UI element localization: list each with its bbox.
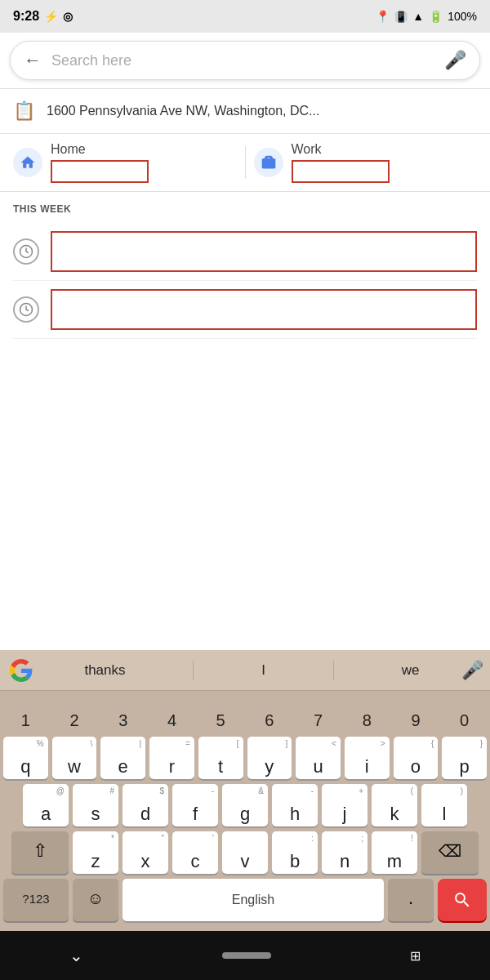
- key-o[interactable]: {o: [394, 737, 439, 779]
- keyboard-suggestions-bar: thanks I we 🎤: [0, 650, 490, 691]
- key-t[interactable]: [t: [198, 737, 243, 779]
- battery-percent: 100%: [448, 10, 477, 23]
- key-7[interactable]: 7: [296, 696, 341, 732]
- key-c[interactable]: 'c: [172, 831, 218, 874]
- suggestion-mic-icon[interactable]: 🎤: [461, 660, 483, 681]
- battery-icon: 🔋: [429, 10, 443, 23]
- asdf-row: @a #s $d ‐f &g -h +j (k )l: [3, 784, 487, 826]
- key-q[interactable]: %q: [3, 737, 48, 779]
- bottom-row: ?123 ☺ English .: [3, 879, 487, 921]
- key-3[interactable]: 3: [100, 696, 145, 732]
- backspace-icon: ⌫: [439, 841, 461, 861]
- keyboard-rows: 1 2 3 4 5 6 7 8 9 0 %q \w |e =r [t ]y <u…: [0, 691, 490, 931]
- numbers-key[interactable]: ?123: [3, 879, 69, 921]
- nav-back-icon[interactable]: ⌄: [69, 946, 83, 965]
- suggestion-2[interactable]: I: [245, 662, 282, 679]
- nav-recent-icon[interactable]: ⊞: [410, 948, 421, 964]
- key-h[interactable]: -h: [272, 784, 318, 826]
- clipboard-icon: 📋: [13, 100, 35, 122]
- backspace-key[interactable]: ⌫: [421, 831, 479, 874]
- flash-icon: ⚡: [44, 10, 58, 23]
- key-g[interactable]: &g: [222, 784, 268, 826]
- key-b[interactable]: :b: [272, 831, 318, 874]
- shift-icon: ⇧: [33, 840, 47, 862]
- work-item[interactable]: Work: [254, 142, 478, 183]
- key-w[interactable]: \w: [52, 737, 97, 779]
- key-6[interactable]: 6: [247, 696, 292, 732]
- quick-access-row: Home Work: [0, 134, 490, 192]
- circle-icon: ◎: [63, 10, 73, 23]
- work-label: Work: [292, 142, 390, 157]
- key-f[interactable]: ‐f: [172, 784, 218, 826]
- key-d[interactable]: $d: [122, 784, 168, 826]
- key-2[interactable]: 2: [52, 696, 97, 732]
- status-time-area: 9:28 ⚡ ◎: [13, 9, 73, 24]
- key-x[interactable]: "x: [122, 831, 168, 874]
- mic-icon[interactable]: 🎤: [444, 50, 466, 71]
- history-input-2[interactable]: [51, 289, 477, 330]
- period-key[interactable]: .: [388, 879, 434, 921]
- vibrate-icon: 📳: [394, 11, 408, 23]
- key-m[interactable]: !m: [372, 831, 417, 874]
- shift-key[interactable]: ⇧: [11, 831, 69, 874]
- clipboard-address: 1600 Pennsylvania Ave NW, Washington, DC…: [47, 104, 319, 118]
- key-1[interactable]: 1: [3, 696, 48, 732]
- quick-divider: [245, 146, 246, 179]
- home-icon-bg: [13, 148, 42, 177]
- wifi-icon: ▲: [412, 10, 424, 23]
- work-input[interactable]: [292, 160, 390, 183]
- key-j[interactable]: +j: [322, 784, 368, 826]
- key-4[interactable]: 4: [149, 696, 194, 732]
- home-label: Home: [51, 142, 149, 157]
- qwerty-row: %q \w |e =r [t ]y <u >i {o }p: [3, 737, 487, 779]
- key-e[interactable]: |e: [100, 737, 145, 779]
- key-n[interactable]: ;n: [322, 831, 368, 874]
- emoji-key[interactable]: ☺: [73, 879, 118, 921]
- key-z[interactable]: *z: [73, 831, 118, 874]
- home-input[interactable]: [51, 160, 149, 183]
- suggestion-items: thanks I we: [42, 661, 461, 680]
- key-r[interactable]: =r: [149, 737, 194, 779]
- back-icon[interactable]: ←: [24, 50, 42, 71]
- key-k[interactable]: (k: [372, 784, 417, 826]
- space-key[interactable]: English: [122, 879, 384, 921]
- emoji-icon: ☺: [87, 889, 104, 908]
- search-icon: [452, 890, 472, 910]
- key-u[interactable]: <u: [296, 737, 341, 779]
- suggestion-3[interactable]: we: [385, 662, 436, 679]
- search-placeholder[interactable]: Search here: [51, 52, 434, 69]
- suggestion-divider-1: [193, 661, 194, 680]
- suggestion-divider-2: [333, 661, 334, 680]
- google-logo: [7, 656, 36, 685]
- history-input-1[interactable]: [51, 231, 477, 272]
- key-p[interactable]: }p: [442, 737, 487, 779]
- suggestion-1[interactable]: thanks: [68, 662, 141, 679]
- key-a[interactable]: @a: [23, 784, 69, 826]
- search-key[interactable]: [438, 879, 487, 921]
- clipboard-row[interactable]: 📋 1600 Pennsylvania Ave NW, Washington, …: [0, 89, 490, 134]
- key-i[interactable]: >i: [345, 737, 390, 779]
- key-y[interactable]: ]y: [247, 737, 292, 779]
- key-5[interactable]: 5: [198, 696, 243, 732]
- key-0[interactable]: 0: [442, 696, 487, 732]
- search-bar[interactable]: ← Search here 🎤: [10, 41, 480, 80]
- nav-home-pill[interactable]: [222, 952, 271, 959]
- home-item[interactable]: Home: [13, 142, 237, 183]
- this-week-label: THIS WEEK: [13, 203, 477, 215]
- home-icon: [20, 154, 36, 171]
- location-icon: 📍: [376, 10, 390, 23]
- key-9[interactable]: 9: [394, 696, 439, 732]
- key-8[interactable]: 8: [345, 696, 390, 732]
- key-v[interactable]: v: [222, 831, 268, 874]
- period-label: .: [408, 888, 413, 909]
- history-item-1[interactable]: [13, 223, 477, 281]
- status-time: 9:28: [13, 9, 39, 24]
- history-item-2[interactable]: [13, 281, 477, 339]
- key-l[interactable]: )l: [421, 784, 467, 826]
- history-clock-icon-2: [13, 296, 39, 323]
- this-week-section: THIS WEEK: [0, 192, 490, 339]
- status-bar: 9:28 ⚡ ◎ 📍 📳 ▲ 🔋 100%: [0, 0, 490, 33]
- key-s[interactable]: #s: [73, 784, 118, 826]
- nav-bar: ⌄ ⊞: [0, 931, 490, 980]
- keyboard: thanks I we 🎤 1 2 3 4 5 6 7 8 9 0 %q \w …: [0, 650, 490, 931]
